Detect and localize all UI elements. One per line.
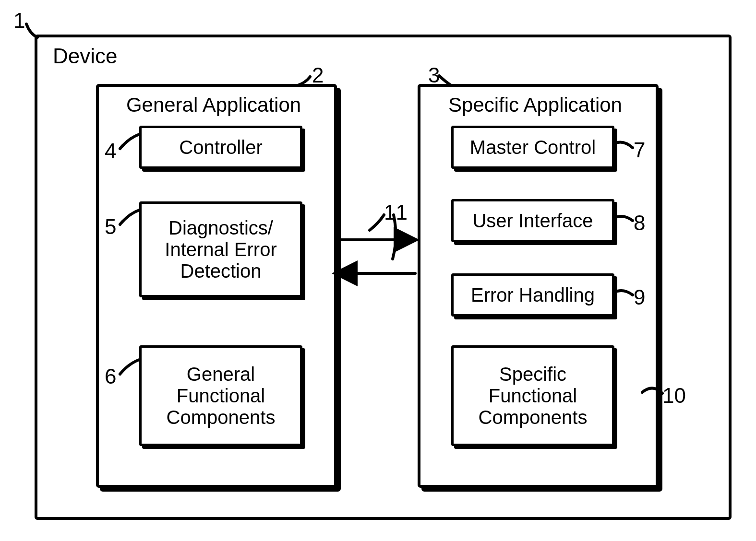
user-interface-label: User Interface	[472, 210, 593, 232]
controller-label: Controller	[179, 137, 262, 158]
diagram-canvas: Device General Application Controller Di…	[0, 0, 756, 541]
general-components-box: General Functional Components	[139, 345, 302, 446]
master-control-label: Master Control	[470, 137, 596, 158]
diagnostics-box: Diagnostics/ Internal Error Detection	[139, 201, 302, 297]
general-application-title: General Application	[106, 94, 322, 117]
diagnostics-label: Diagnostics/ Internal Error Detection	[165, 217, 276, 282]
device-title: Device	[53, 44, 118, 69]
ref-4: 4	[105, 139, 116, 164]
general-components-label: General Functional Components	[167, 364, 276, 428]
master-control-box: Master Control	[451, 126, 614, 169]
controller-box: Controller	[139, 126, 302, 169]
ref-11: 11	[384, 200, 408, 225]
user-interface-box: User Interface	[451, 199, 614, 242]
ref-9: 9	[634, 285, 645, 310]
ref-8: 8	[634, 211, 645, 235]
ref-2: 2	[312, 63, 324, 88]
specific-components-box: Specific Functional Components	[451, 345, 614, 446]
specific-components-label: Specific Functional Components	[479, 364, 588, 428]
error-handling-box: Error Handling	[451, 273, 614, 317]
ref-10: 10	[662, 384, 686, 408]
specific-application-title: Specific Application	[432, 94, 638, 117]
error-handling-label: Error Handling	[471, 284, 595, 306]
ref-1: 1	[13, 9, 25, 33]
ref-7: 7	[634, 138, 645, 163]
ref-5: 5	[105, 215, 116, 239]
ref-3: 3	[428, 63, 440, 88]
ref-6: 6	[105, 365, 116, 389]
